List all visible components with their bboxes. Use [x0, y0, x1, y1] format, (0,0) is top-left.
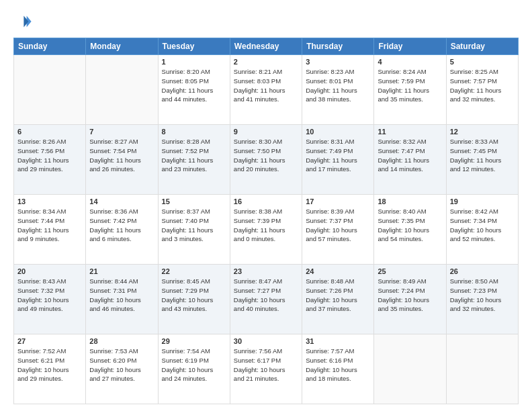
day-info: Sunrise: 8:28 AM Sunset: 7:52 PM Dayligh… — [162, 137, 226, 174]
day-number: 30 — [234, 337, 298, 345]
calendar-cell: 4Sunrise: 8:24 AM Sunset: 7:59 PM Daylig… — [374, 55, 446, 125]
logo-icon — [13, 12, 32, 31]
day-number: 22 — [162, 267, 226, 275]
calendar-header: SundayMondayTuesdayWednesdayThursdayFrid… — [14, 38, 519, 55]
day-number: 10 — [306, 128, 370, 136]
day-number: 31 — [306, 337, 370, 345]
day-number: 5 — [450, 58, 515, 66]
calendar-cell: 17Sunrise: 8:39 AM Sunset: 7:37 PM Dayli… — [302, 195, 374, 265]
day-number: 12 — [450, 128, 515, 136]
day-number: 21 — [89, 267, 154, 275]
day-number: 9 — [234, 128, 298, 136]
day-info: Sunrise: 8:26 AM Sunset: 7:56 PM Dayligh… — [17, 137, 82, 174]
calendar-cell: 25Sunrise: 8:49 AM Sunset: 7:24 PM Dayli… — [374, 265, 446, 334]
day-number: 25 — [378, 267, 442, 275]
day-info: Sunrise: 8:27 AM Sunset: 7:54 PM Dayligh… — [89, 137, 154, 174]
day-number: 24 — [306, 267, 370, 275]
day-number: 28 — [89, 337, 154, 345]
calendar-cell — [446, 334, 518, 404]
calendar-cell: 2Sunrise: 8:21 AM Sunset: 8:03 PM Daylig… — [230, 55, 302, 125]
day-info: Sunrise: 8:40 AM Sunset: 7:35 PM Dayligh… — [378, 207, 442, 244]
calendar-cell: 11Sunrise: 8:32 AM Sunset: 7:47 PM Dayli… — [374, 125, 446, 195]
day-info: Sunrise: 8:24 AM Sunset: 7:59 PM Dayligh… — [378, 67, 442, 104]
day-info: Sunrise: 8:34 AM Sunset: 7:44 PM Dayligh… — [17, 207, 82, 244]
calendar-week: 1Sunrise: 8:20 AM Sunset: 8:05 PM Daylig… — [14, 55, 519, 125]
day-info: Sunrise: 8:32 AM Sunset: 7:47 PM Dayligh… — [378, 137, 442, 174]
calendar-cell: 19Sunrise: 8:42 AM Sunset: 7:34 PM Dayli… — [446, 195, 518, 265]
calendar-cell: 23Sunrise: 8:47 AM Sunset: 7:27 PM Dayli… — [230, 265, 302, 334]
weekday-header: Tuesday — [158, 38, 230, 55]
day-info: Sunrise: 8:49 AM Sunset: 7:24 PM Dayligh… — [378, 277, 442, 314]
weekday-header: Saturday — [446, 38, 518, 55]
day-info: Sunrise: 8:50 AM Sunset: 7:23 PM Dayligh… — [450, 277, 515, 314]
calendar-cell: 15Sunrise: 8:37 AM Sunset: 7:40 PM Dayli… — [158, 195, 230, 265]
day-info: Sunrise: 8:42 AM Sunset: 7:34 PM Dayligh… — [450, 207, 515, 244]
weekday-header: Thursday — [302, 38, 374, 55]
day-number: 14 — [89, 197, 154, 205]
day-number: 6 — [17, 128, 82, 136]
day-info: Sunrise: 8:36 AM Sunset: 7:42 PM Dayligh… — [89, 207, 154, 244]
day-number: 16 — [234, 197, 298, 205]
day-number: 20 — [17, 267, 82, 275]
calendar-cell — [374, 334, 446, 404]
calendar-cell: 16Sunrise: 8:38 AM Sunset: 7:39 PM Dayli… — [230, 195, 302, 265]
day-number: 13 — [17, 197, 82, 205]
day-info: Sunrise: 8:43 AM Sunset: 7:32 PM Dayligh… — [17, 277, 82, 314]
day-number: 27 — [17, 337, 82, 345]
weekday-header: Friday — [374, 38, 446, 55]
day-info: Sunrise: 8:38 AM Sunset: 7:39 PM Dayligh… — [234, 207, 298, 244]
calendar-cell: 13Sunrise: 8:34 AM Sunset: 7:44 PM Dayli… — [14, 195, 86, 265]
day-number: 26 — [450, 267, 515, 275]
calendar-cell — [86, 55, 158, 125]
weekday-header: Sunday — [14, 38, 86, 55]
day-number: 8 — [162, 128, 226, 136]
calendar-cell: 24Sunrise: 8:48 AM Sunset: 7:26 PM Dayli… — [302, 265, 374, 334]
calendar-week: 13Sunrise: 8:34 AM Sunset: 7:44 PM Dayli… — [14, 195, 519, 265]
calendar-cell: 3Sunrise: 8:23 AM Sunset: 8:01 PM Daylig… — [302, 55, 374, 125]
day-info: Sunrise: 7:52 AM Sunset: 6:21 PM Dayligh… — [17, 347, 82, 383]
weekday-header: Wednesday — [230, 38, 302, 55]
calendar-cell: 14Sunrise: 8:36 AM Sunset: 7:42 PM Dayli… — [86, 195, 158, 265]
calendar-cell: 10Sunrise: 8:31 AM Sunset: 7:49 PM Dayli… — [302, 125, 374, 195]
day-info: Sunrise: 8:20 AM Sunset: 8:05 PM Dayligh… — [162, 67, 226, 104]
calendar-week: 6Sunrise: 8:26 AM Sunset: 7:56 PM Daylig… — [14, 125, 519, 195]
day-number: 3 — [306, 58, 370, 66]
day-info: Sunrise: 8:48 AM Sunset: 7:26 PM Dayligh… — [306, 277, 370, 314]
calendar: SundayMondayTuesdayWednesdayThursdayFrid… — [13, 38, 519, 404]
day-number: 23 — [234, 267, 298, 275]
day-number: 7 — [89, 128, 154, 136]
calendar-cell: 7Sunrise: 8:27 AM Sunset: 7:54 PM Daylig… — [86, 125, 158, 195]
day-number: 11 — [378, 128, 442, 136]
calendar-cell: 6Sunrise: 8:26 AM Sunset: 7:56 PM Daylig… — [14, 125, 86, 195]
calendar-cell: 5Sunrise: 8:25 AM Sunset: 7:57 PM Daylig… — [446, 55, 518, 125]
day-info: Sunrise: 8:45 AM Sunset: 7:29 PM Dayligh… — [162, 277, 226, 314]
day-number: 1 — [162, 58, 226, 66]
logo — [13, 12, 35, 31]
calendar-cell: 8Sunrise: 8:28 AM Sunset: 7:52 PM Daylig… — [158, 125, 230, 195]
calendar-cell: 26Sunrise: 8:50 AM Sunset: 7:23 PM Dayli… — [446, 265, 518, 334]
day-info: Sunrise: 8:39 AM Sunset: 7:37 PM Dayligh… — [306, 207, 370, 244]
calendar-cell: 29Sunrise: 7:54 AM Sunset: 6:19 PM Dayli… — [158, 334, 230, 404]
day-info: Sunrise: 8:30 AM Sunset: 7:50 PM Dayligh… — [234, 137, 298, 174]
day-info: Sunrise: 7:57 AM Sunset: 6:16 PM Dayligh… — [306, 347, 370, 383]
calendar-cell: 28Sunrise: 7:53 AM Sunset: 6:20 PM Dayli… — [86, 334, 158, 404]
day-info: Sunrise: 7:56 AM Sunset: 6:17 PM Dayligh… — [234, 347, 298, 383]
day-number: 29 — [162, 337, 226, 345]
calendar-cell: 31Sunrise: 7:57 AM Sunset: 6:16 PM Dayli… — [302, 334, 374, 404]
page: SundayMondayTuesdayWednesdayThursdayFrid… — [0, 0, 532, 411]
day-info: Sunrise: 8:25 AM Sunset: 7:57 PM Dayligh… — [450, 67, 515, 104]
calendar-cell: 22Sunrise: 8:45 AM Sunset: 7:29 PM Dayli… — [158, 265, 230, 334]
calendar-cell: 18Sunrise: 8:40 AM Sunset: 7:35 PM Dayli… — [374, 195, 446, 265]
calendar-cell: 30Sunrise: 7:56 AM Sunset: 6:17 PM Dayli… — [230, 334, 302, 404]
day-number: 18 — [378, 197, 442, 205]
day-info: Sunrise: 8:33 AM Sunset: 7:45 PM Dayligh… — [450, 137, 515, 174]
day-info: Sunrise: 8:21 AM Sunset: 8:03 PM Dayligh… — [234, 67, 298, 104]
calendar-cell: 1Sunrise: 8:20 AM Sunset: 8:05 PM Daylig… — [158, 55, 230, 125]
weekday-row: SundayMondayTuesdayWednesdayThursdayFrid… — [14, 38, 519, 55]
day-number: 15 — [162, 197, 226, 205]
day-number: 2 — [234, 58, 298, 66]
weekday-header: Monday — [86, 38, 158, 55]
day-number: 19 — [450, 197, 515, 205]
day-info: Sunrise: 8:31 AM Sunset: 7:49 PM Dayligh… — [306, 137, 370, 174]
calendar-cell: 27Sunrise: 7:52 AM Sunset: 6:21 PM Dayli… — [14, 334, 86, 404]
